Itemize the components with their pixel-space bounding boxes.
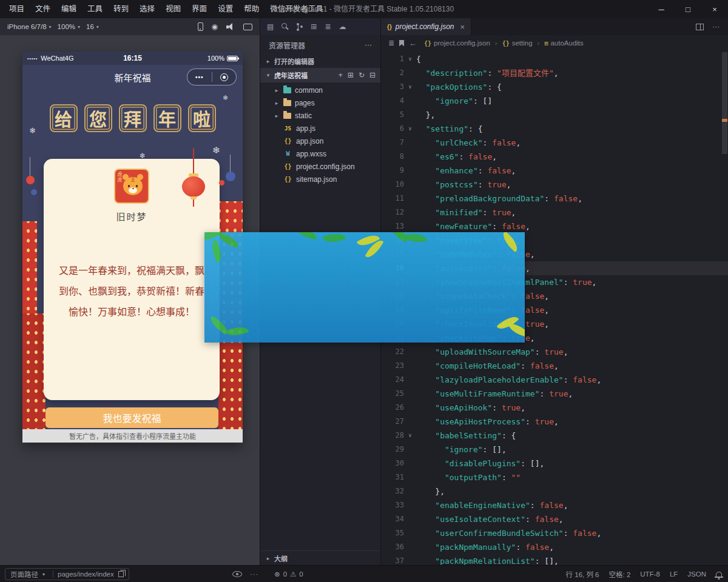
code-line-30[interactable]: 30 "disablePlugins": [], (381, 457, 728, 470)
tree-item-app.js[interactable]: JSapp.js (260, 122, 380, 135)
record-icon[interactable]: ◉ (212, 22, 218, 31)
code-line-35[interactable]: 35 "userConfirmedBundleSwitch": false, (381, 526, 728, 540)
cloud-icon[interactable]: ☁ (339, 22, 346, 31)
code-line-36[interactable]: 36 "packNpmManually": false, (381, 540, 728, 554)
tab-project-config[interactable]: {} project.config.json × (381, 18, 471, 35)
page-path-control[interactable]: 页面路径 ▾ pages/index/index (5, 568, 129, 580)
code-line-25[interactable]: 25 "useMultiFrameRuntime": true, (381, 387, 728, 401)
editor-scrollbar[interactable] (722, 52, 727, 154)
menu-item-选择[interactable]: 选择 (134, 0, 160, 18)
code-line-28[interactable]: 28∨ "babelSetting": { (381, 429, 728, 443)
menu-item-帮助[interactable]: 帮助 (238, 0, 265, 18)
code-line-9[interactable]: 9 "enhance": false, (381, 164, 728, 178)
page-path-label[interactable]: 页面路径 (10, 569, 38, 579)
code-line-3[interactable]: 3∨ "packOptions": { (381, 80, 728, 94)
display-icon[interactable] (243, 24, 252, 30)
code-line-12[interactable]: 12 "minified": true, (381, 206, 728, 219)
speaker-icon[interactable] (226, 23, 235, 30)
code-line-26[interactable]: 26 "useApiHook": true, (381, 401, 728, 415)
back-arrow-icon[interactable]: ← (409, 39, 417, 48)
tree-item-static[interactable]: ▸static (260, 109, 380, 122)
capsule-menu[interactable]: ••• (187, 69, 237, 85)
chevron-down-icon[interactable]: ▾ (265, 72, 271, 78)
code-line-24[interactable]: 24 "lazyloadPlaceholderEnable": false, (381, 373, 728, 387)
code-line-1[interactable]: 1∨{ (381, 52, 728, 66)
fold-chevron-icon[interactable]: ∨ (404, 52, 416, 66)
code-line-32[interactable]: 32 }, (381, 484, 728, 498)
menu-item-转到[interactable]: 转到 (108, 0, 134, 18)
device-selector[interactable]: iPhone 6/7/8▾ 100%▾ 16▾ (7, 23, 103, 30)
close-tab-icon[interactable]: × (460, 22, 465, 32)
code-line-37[interactable]: 37 "packNpmRelationList": [], (381, 554, 728, 565)
chevron-right-icon[interactable]: ▸ (265, 58, 271, 64)
code-line-31[interactable]: 31 "outputPath": "" (381, 470, 728, 484)
outline-list-icon[interactable]: ≣ (388, 39, 394, 47)
project-root[interactable]: ▾ 虎年送祝福 + ⊞ ↻ ⊟ (260, 68, 380, 82)
code-line-7[interactable]: 7 "urlCheck": false, (381, 136, 728, 150)
outline-section[interactable]: ▸ 大纲 (260, 550, 380, 565)
exit-circle-icon[interactable] (212, 73, 237, 81)
code-line-34[interactable]: 34 "useIsolateContext": false, (381, 512, 728, 526)
menu-item-编辑[interactable]: 编辑 (56, 0, 82, 18)
search-icon[interactable] (281, 23, 289, 30)
maximize-button[interactable]: □ (675, 0, 701, 18)
code-line-11[interactable]: 11 "preloadBackgroundData": false, (381, 192, 728, 206)
breadcrumb-autoAudits[interactable]: ⊞autoAudits (544, 39, 583, 47)
new-folder-icon[interactable]: ⊞ (348, 71, 354, 79)
fold-chevron-icon[interactable]: ∨ (404, 122, 416, 136)
encoding[interactable]: UTF-8 (640, 570, 660, 578)
indent-setting[interactable]: 空格: 2 (609, 569, 631, 579)
fold-chevron-icon[interactable]: ∨ (404, 429, 416, 443)
menu-item-视图[interactable]: 视图 (160, 0, 186, 18)
code-line-2[interactable]: 2 "description": "项目配置文件", (381, 66, 728, 80)
menu-item-项目[interactable]: 项目 (4, 0, 30, 18)
eol-setting[interactable]: LF (670, 570, 678, 578)
send-blessing-button[interactable]: 我也要发祝福 (46, 407, 218, 428)
rotate-device-icon[interactable] (198, 22, 203, 31)
minimize-button[interactable]: ─ (648, 0, 675, 18)
collapse-all-icon[interactable]: ⊟ (369, 71, 376, 79)
layout-grid-icon[interactable]: ⊞ (311, 22, 317, 31)
code-line-6[interactable]: 6∨ "setting": { (381, 122, 728, 136)
page-path-value[interactable]: pages/index/index (58, 570, 114, 578)
copy-icon[interactable] (118, 571, 124, 577)
console-icon[interactable]: ≣ (325, 22, 331, 31)
compile-icon[interactable]: ▤ (267, 22, 274, 31)
more-icon[interactable]: ••• (187, 74, 212, 81)
open-editors-section[interactable]: ▸ 打开的编辑器 (260, 55, 380, 68)
menu-item-设置[interactable]: 设置 (212, 0, 238, 18)
tree-item-sitemap.json[interactable]: {}sitemap.json (260, 173, 380, 186)
language-mode[interactable]: JSON (687, 570, 706, 578)
menu-item-文件[interactable]: 文件 (30, 0, 56, 18)
menu-item-工具[interactable]: 工具 (82, 0, 108, 18)
tree-item-common[interactable]: ▸common (260, 84, 380, 96)
code-line-5[interactable]: 5 }, (381, 108, 728, 122)
code-line-22[interactable]: 22 "uploadWithSourceMap": true, (381, 345, 728, 359)
menu-item-界面[interactable]: 界面 (186, 0, 212, 18)
new-file-icon[interactable]: + (339, 71, 343, 79)
chevron-right-icon[interactable]: ▸ (265, 555, 271, 561)
tree-item-project.config.json[interactable]: {}project.config.json (260, 160, 380, 173)
code-line-13[interactable]: 13 "newFeature": false, (381, 219, 728, 233)
bookmark-icon[interactable] (399, 40, 404, 47)
more-icon[interactable]: ··· (250, 566, 259, 582)
close-button[interactable]: × (701, 0, 728, 18)
eye-icon[interactable] (232, 571, 242, 577)
fold-chevron-icon[interactable]: ∨ (404, 80, 416, 94)
code-line-23[interactable]: 23 "compileHotReLoad": false, (381, 359, 728, 373)
refresh-icon[interactable]: ↻ (359, 71, 365, 79)
tree-item-pages[interactable]: ▸pages (260, 96, 380, 109)
cursor-position[interactable]: 行 16, 列 6 (566, 569, 599, 579)
breadcrumb-setting[interactable]: {}setting (502, 39, 533, 47)
more-icon[interactable]: ··· (712, 22, 720, 31)
notifications-bell-icon[interactable] (716, 572, 722, 577)
git-branch-icon[interactable] (297, 23, 303, 31)
code-line-27[interactable]: 27 "useApiHostProcess": true, (381, 415, 728, 429)
code-line-4[interactable]: 4 "ignore": [] (381, 94, 728, 108)
tree-item-app.json[interactable]: {}app.json (260, 135, 380, 147)
split-editor-icon[interactable] (696, 24, 704, 30)
code-line-8[interactable]: 8 "es6": false, (381, 150, 728, 164)
breadcrumb-project.config.json[interactable]: {}project.config.json (424, 39, 490, 47)
code-line-10[interactable]: 10 "postcss": true, (381, 178, 728, 192)
more-icon[interactable]: ··· (365, 41, 372, 49)
